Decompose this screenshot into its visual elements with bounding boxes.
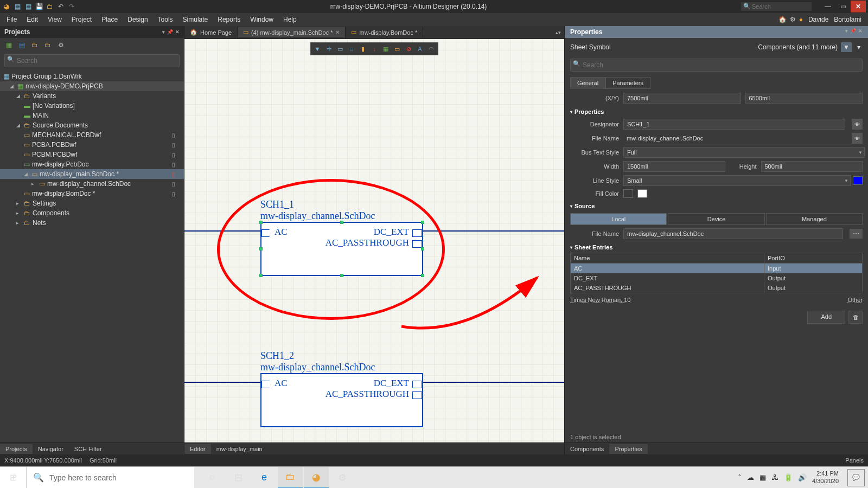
tray-clock[interactable]: 2:41 PM 4/30/2020 — [812, 470, 839, 484]
menu-simulate[interactable]: Simulate — [178, 15, 213, 24]
col-header-io[interactable]: PortIO — [764, 253, 862, 263]
tray-onedrive-icon[interactable]: ☁ — [747, 473, 754, 481]
tree-no-variations[interactable]: ▬[No Variations] — [0, 101, 184, 111]
menu-project[interactable]: Project — [67, 15, 96, 24]
tool-select-icon[interactable]: ▭ — [335, 44, 346, 54]
panel-close-icon[interactable]: ✕ — [175, 29, 180, 35]
visibility-icon[interactable]: 👁 — [852, 133, 863, 144]
panel-dropdown-icon[interactable]: ▾ — [845, 28, 848, 36]
tray-network-icon[interactable]: 🖧 — [771, 473, 778, 481]
sheet-symbol-1[interactable]: SCH1_1 mw-display_channel.SchDoc AC DC_E… — [260, 199, 423, 276]
bottom-tab-components[interactable]: Components — [565, 444, 609, 454]
tree-variants[interactable]: ◢🗀Variants — [0, 91, 184, 101]
tree-file[interactable]: ▭MECHANICAL.PCBDwf▯ — [0, 130, 184, 140]
menu-help[interactable]: Help — [279, 15, 301, 24]
y-input[interactable] — [745, 93, 863, 104]
menu-view[interactable]: View — [43, 15, 66, 24]
panels-button[interactable]: Panels — [845, 457, 864, 464]
tray-chevron-icon[interactable]: ˄ — [738, 473, 742, 481]
menu-place[interactable]: Place — [97, 15, 122, 24]
panel-pin-icon[interactable]: ▾ — [162, 29, 165, 35]
tb-folder2-icon[interactable]: 🗀 — [43, 41, 52, 49]
menu-file[interactable]: File — [2, 15, 21, 24]
entry-row[interactable]: AC Input — [571, 264, 862, 273]
delete-button[interactable]: 🗑 — [848, 311, 863, 324]
tab-parameters[interactable]: Parameters — [605, 77, 650, 89]
tree-source-docs[interactable]: ◢🗀Source Documents — [0, 120, 184, 130]
sheet-symbol-2[interactable]: SCH1_2 mw-display_channel.SchDoc AC DC_E… — [260, 350, 423, 427]
project-tree[interactable]: ▦Project Group 1.DsnWrk ◢▦mw-display-DEM… — [0, 69, 184, 442]
section-sheet-entries[interactable]: Sheet Entries — [565, 241, 868, 253]
editor-doc-tab[interactable]: mw-display_main — [211, 444, 268, 454]
tab-overflow-icon[interactable]: ▴▾ — [552, 30, 564, 35]
qat-redo-icon[interactable]: ↷ — [67, 2, 76, 11]
bottom-tab-navigator[interactable]: Navigator — [33, 444, 69, 454]
qat-undo-icon[interactable]: ↶ — [56, 2, 65, 11]
altium-icon[interactable]: ◕ — [304, 467, 329, 489]
menu-window[interactable]: Window — [246, 15, 278, 24]
tool-text-icon[interactable]: A — [414, 44, 425, 54]
source-device-button[interactable]: Device — [668, 213, 764, 225]
schematic-canvas[interactable]: SCH1_1 mw-display_channel.SchDoc AC DC_E… — [184, 39, 564, 442]
tree-file-selected[interactable]: ◢▭mw-display_main.SchDoc *▯ — [0, 169, 184, 179]
editor-tab[interactable]: Editor — [184, 444, 211, 454]
tree-nets[interactable]: ▸🗀Nets — [0, 218, 184, 228]
x-input[interactable] — [623, 93, 741, 104]
col-header-name[interactable]: Name — [571, 253, 764, 263]
filter-icon[interactable]: ▼ — [841, 42, 852, 52]
section-source[interactable]: Source — [565, 200, 868, 211]
projects-search-input[interactable] — [4, 54, 180, 67]
linestyle-dropdown[interactable] — [623, 175, 851, 186]
tree-file[interactable]: ▸▭mw-display_channel.SchDoc▯ — [0, 179, 184, 189]
menu-edit[interactable]: Edit — [22, 15, 42, 24]
start-button[interactable]: ⊞ — [0, 467, 26, 489]
tree-components[interactable]: ▸🗀Components — [0, 208, 184, 218]
tree-group[interactable]: ▦Project Group 1.DsnWrk — [0, 72, 184, 81]
notification-icon[interactable]: 💬 — [847, 469, 865, 486]
tree-file[interactable]: ▭mw-display.PcbDoc▯ — [0, 159, 184, 169]
bottom-tab-projects[interactable]: Projects — [0, 444, 33, 454]
add-button[interactable]: Add — [807, 311, 845, 324]
width-input[interactable] — [623, 161, 725, 172]
tb-board-icon[interactable]: ▦ — [4, 41, 13, 49]
tool-sheet-icon[interactable]: ▦ — [380, 44, 391, 54]
maximize-button[interactable]: ▭ — [835, 1, 851, 12]
filter-dropdown-icon[interactable]: ▾ — [855, 42, 863, 52]
user-avatar-icon[interactable]: ● — [799, 16, 803, 23]
tb-gear-icon[interactable]: ⚙ — [56, 41, 65, 49]
menu-reports[interactable]: Reports — [213, 15, 245, 24]
other-link[interactable]: Other — [847, 297, 863, 303]
panel-dock-icon[interactable]: 📌 — [167, 29, 173, 35]
tree-project[interactable]: ◢▦mw-display-DEMO.PrjPCB — [0, 81, 184, 91]
global-search-input[interactable] — [741, 2, 812, 11]
panel-pin-icon[interactable]: 📌 — [850, 28, 856, 36]
sheet-entries-table[interactable]: Name PortIO AC Input DC_EXT Output AC_PA… — [570, 253, 863, 293]
fill-color-swatch[interactable] — [637, 189, 647, 198]
tree-file[interactable]: ▭PCBM.PCBDwf▯ — [0, 150, 184, 159]
menu-tools[interactable]: Tools — [154, 15, 177, 24]
tool-wire-icon[interactable]: ▮ — [358, 44, 368, 54]
entry-row[interactable]: DC_EXT Output — [571, 273, 862, 283]
properties-search-input[interactable] — [570, 59, 863, 72]
tool-move-icon[interactable]: ✛ — [323, 44, 334, 54]
qat-open-icon[interactable]: ▤ — [24, 2, 33, 11]
visibility-icon[interactable]: 👁 — [852, 119, 863, 130]
tray-battery-icon[interactable]: 🔋 — [784, 473, 793, 481]
taskview-icon[interactable]: ⊟ — [226, 467, 251, 489]
tree-main-variant[interactable]: ▬MAIN — [0, 111, 184, 120]
fill-enable-checkbox[interactable] — [623, 189, 633, 198]
browse-button[interactable]: ⋯ — [850, 229, 863, 239]
cortana-icon[interactable]: ○ — [200, 467, 225, 489]
close-button[interactable]: ✕ — [851, 1, 866, 12]
height-input[interactable] — [761, 161, 863, 172]
explorer-icon[interactable]: 🗀 — [278, 467, 303, 489]
tool-noerc-icon[interactable]: ⊘ — [403, 44, 414, 54]
menu-design[interactable]: Design — [123, 15, 152, 24]
tool-filter-icon[interactable]: ▼ — [312, 44, 323, 54]
qat-saveall-icon[interactable]: 🗀 — [46, 2, 54, 11]
panel-close-icon[interactable]: ✕ — [858, 28, 863, 36]
qat-save-icon[interactable]: 💾 — [35, 2, 43, 11]
settings-icon[interactable]: ⚙ — [330, 467, 355, 489]
bottom-tab-properties[interactable]: Properties — [609, 444, 647, 454]
bustext-dropdown[interactable] — [623, 147, 865, 158]
